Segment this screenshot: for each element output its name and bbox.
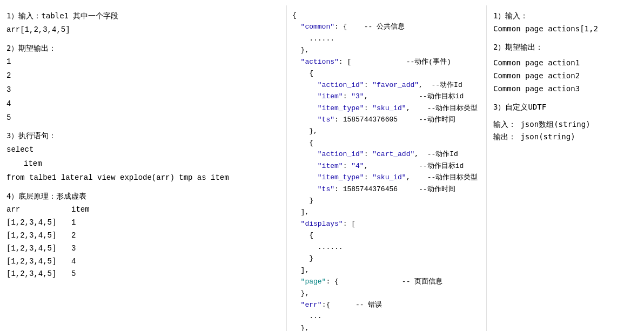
json-line: }, [292, 44, 481, 56]
json-line: } [292, 253, 481, 264]
section3-line1: select [6, 144, 280, 157]
right-section2-values: Common page action1 Common page action2 … [493, 57, 638, 95]
section3-line3: from talbe1 lateral view explode(arr) tm… [6, 172, 280, 185]
col-item-header: item [71, 204, 104, 217]
right-section3-title: 3）自定义UDTF [493, 101, 638, 114]
table-row: [1,2,3,4,5] [6, 255, 71, 268]
right-section-3: 3）自定义UDTF 输入： json数组(string) 输出： json(st… [493, 101, 638, 144]
virtual-table: arr item [1,2,3,4,5]1 [1,2,3,4,5]2 [1,2,… [6, 204, 280, 281]
json-line: "item_type": "sku_id", --动作目标类型 [292, 172, 481, 183]
json-key: "common" [301, 23, 334, 31]
right-section3-input: 输入： json数组(string) [493, 118, 638, 131]
json-line: "err":{ -- 错误 [292, 299, 481, 310]
json-line: ... [292, 310, 481, 322]
json-line: { [292, 229, 481, 241]
json-key: "item_type" [318, 104, 364, 112]
json-key: "ts" [318, 185, 334, 193]
right-section2-val2: Common page action2 [493, 70, 638, 83]
right-section-1: 1）输入： Common page actions[1,2 [493, 10, 638, 36]
json-line: "action_id": "cart_add", --动作Id [292, 148, 481, 160]
json-line: "page": { -- 页面信息 [292, 276, 481, 287]
right-section2-title: 2）期望输出： [493, 41, 638, 54]
input-val: json数组(string) [520, 120, 590, 129]
section-1: 1）输入：table1 其中一个字段 arr[1,2,3,4,5] [6, 10, 280, 37]
json-key-page: "page" [301, 278, 326, 286]
json-line: }, [292, 125, 481, 137]
json-line: { [292, 67, 481, 79]
table-cell: 4 [71, 255, 104, 268]
right-column: 1）输入： Common page actions[1,2 2）期望输出： Co… [486, 5, 644, 331]
right-section2-val1: Common page action1 [493, 57, 638, 70]
json-line: { [292, 137, 481, 148]
output-label: 输出： [493, 132, 516, 141]
json-key: "item" [318, 92, 343, 100]
json-key-displays: "displays" [301, 220, 343, 228]
right-section1-title: 1）输入： [493, 10, 638, 23]
left-column: 1）输入：table1 其中一个字段 arr[1,2,3,4,5] 2）期望输出… [0, 5, 286, 331]
right-section-2: 2）期望输出： Common page action1 Common page … [493, 41, 638, 96]
output-val: json(string) [520, 132, 575, 141]
section2-title: 2）期望输出： [6, 42, 280, 55]
section4-title: 4）底层原理：形成虚表 [6, 190, 280, 203]
json-key: "action_id" [318, 81, 364, 89]
table-row: [1,2,3,4,5] [6, 242, 71, 255]
json-line: "item_type": "sku_id", --动作目标类型 [292, 103, 481, 114]
section-4: 4）底层原理：形成虚表 arr item [1,2,3,4,5]1 [1,2,3… [6, 190, 280, 281]
section-3: 3）执行语句： select item from talbe1 lateral … [6, 130, 280, 184]
section2-val-5: 5 [6, 112, 280, 125]
table-row: [1,2,3,4,5] [6, 217, 71, 229]
right-section2-val3: Common page action3 [493, 83, 638, 96]
table-row: [1,2,3,4,5] [6, 229, 71, 242]
right-section1-content: Common page actions[1,2 [493, 23, 638, 36]
json-line: ], [292, 265, 481, 276]
section2-val-2: 2 [6, 70, 280, 83]
table-cell: 2 [71, 229, 104, 242]
json-line: ...... [292, 33, 481, 44]
table-cell: 1 [71, 217, 104, 229]
table-row: [1,2,3,4,5] [6, 268, 71, 281]
json-key-err: "err" [301, 301, 322, 309]
input-label: 输入： [493, 120, 516, 129]
json-key: "action_id" [318, 150, 364, 158]
table-cell: 3 [71, 242, 104, 255]
json-key-actions: "actions" [301, 58, 339, 66]
json-line: ], [292, 206, 481, 218]
json-line: "item": "3", --动作目标id [292, 91, 481, 102]
section2-val-4: 4 [6, 98, 280, 111]
json-line: "displays": [ [292, 218, 481, 229]
section3-title: 3）执行语句： [6, 130, 280, 143]
section1-arr: arr[1,2,3,4,5] [6, 24, 280, 37]
right-section3-output: 输出： json(string) [493, 131, 638, 144]
json-line: { [292, 10, 481, 21]
json-key: "item_type" [318, 173, 364, 181]
json-line: "action_id": "favor_add", --动作Id [292, 79, 481, 91]
section-2: 2）期望输出： 1 2 3 4 5 [6, 42, 280, 125]
json-line: "ts": 1585744376456 --动作时间 [292, 184, 481, 195]
json-key: "item" [318, 162, 343, 170]
json-line: } [292, 195, 481, 206]
section2-val-1: 1 [6, 56, 280, 69]
json-line: "common": { -- 公共信息 [292, 21, 481, 32]
col-arr-header: arr [6, 204, 71, 217]
section1-title: 1）输入：table1 其中一个字段 [6, 10, 280, 23]
table-cell: 5 [71, 268, 104, 281]
json-line: "ts": 1585744376605 --动作时间 [292, 114, 481, 125]
json-key: "ts" [318, 116, 334, 124]
section3-line2: item [24, 158, 280, 171]
json-line: "item": "4", --动作目标id [292, 160, 481, 172]
json-line: "actions": [ --动作(事件) [292, 56, 481, 67]
middle-column: { "common": { -- 公共信息 ...... }, "actions… [286, 5, 486, 331]
json-line: ...... [292, 241, 481, 253]
section2-val-3: 3 [6, 84, 280, 97]
json-line: }, [292, 288, 481, 299]
json-line: }, [292, 322, 481, 331]
